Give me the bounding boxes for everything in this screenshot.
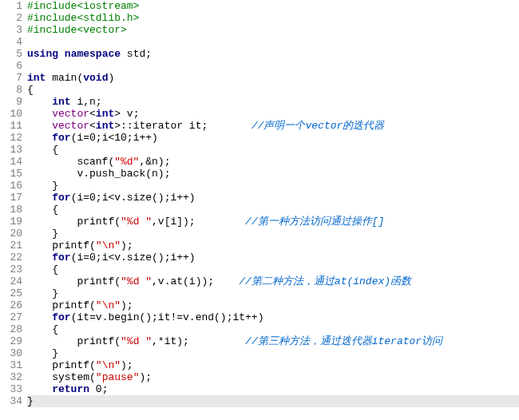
code-line[interactable]: vector<int>::iterator it; //声明一个vector的迭…	[27, 120, 519, 132]
code-line[interactable]: v.push_back(n);	[27, 168, 519, 180]
token-str: "%d "	[121, 335, 152, 347]
code-line[interactable]: {	[27, 263, 519, 275]
code-line[interactable]: {	[27, 144, 519, 156]
code-line[interactable]	[27, 60, 519, 72]
code-line[interactable]: printf("%d ",v[i]); //第一种方法访问通过操作[]	[27, 216, 519, 228]
token-pn: {	[27, 204, 58, 216]
code-line[interactable]: printf("%d ",*it); //第三种方法，通过迭代器iterator…	[27, 335, 519, 347]
token-kw: using	[27, 48, 58, 60]
token-preproc: #include<vector>	[27, 24, 127, 36]
code-line[interactable]: }	[27, 395, 519, 407]
token-pn: (i=	[71, 252, 89, 263]
code-line[interactable]: }	[27, 287, 519, 299]
code-line[interactable]: printf("\n");	[27, 299, 519, 311]
line-number: 8	[0, 84, 22, 96]
code-line[interactable]: #include<iostream>	[27, 0, 519, 12]
token-id: main	[52, 72, 77, 84]
line-number: 23	[0, 263, 22, 275]
code-line[interactable]: }	[27, 347, 519, 359]
code-line[interactable]: {	[27, 84, 519, 96]
token-pn	[27, 383, 52, 395]
line-number: 19	[0, 216, 22, 228]
line-number: 26	[0, 299, 22, 311]
token-pn: );	[139, 371, 152, 383]
token-pn	[27, 132, 52, 144]
token-str: "\n"	[96, 359, 121, 371]
code-line[interactable]: for(i=0;i<v.size();i++)	[27, 192, 519, 204]
code-line[interactable]: for(it=v.begin();it!=v.end();it++)	[27, 311, 519, 323]
token-pn: {	[27, 84, 34, 96]
code-line[interactable]: printf("\n");	[27, 359, 519, 371]
token-pn: printf(	[27, 275, 121, 287]
token-pn: <	[89, 108, 96, 120]
token-pn: {	[27, 263, 58, 275]
token-kw: int	[27, 72, 46, 84]
code-area[interactable]: #include<iostream>#include<stdlib.h>#inc…	[26, 0, 519, 420]
token-pn: printf(	[27, 335, 121, 347]
code-line[interactable]: printf("\n");	[27, 240, 519, 252]
token-type: vector	[52, 120, 89, 132]
token-pn: {	[27, 323, 58, 335]
token-type: vector	[52, 108, 89, 120]
code-line[interactable]: vector<int> v;	[27, 108, 519, 120]
code-line[interactable]	[27, 36, 519, 48]
token-kw: for	[52, 252, 70, 263]
code-line[interactable]: }	[27, 180, 519, 192]
line-number: 14	[0, 156, 22, 168]
token-pn	[27, 108, 52, 120]
code-editor[interactable]: 1234567891011121314151617181920212223242…	[0, 0, 519, 420]
line-number: 18	[0, 204, 22, 216]
code-line[interactable]: int main(void)	[27, 72, 519, 84]
token-kw: return	[52, 383, 89, 395]
token-pn: ;i++)	[127, 132, 158, 144]
line-number: 10	[0, 108, 22, 120]
token-pn: <	[89, 120, 96, 132]
token-pn: (it=v.begin();it!=v.end();it++)	[71, 311, 264, 323]
line-number: 25	[0, 287, 22, 299]
code-line[interactable]: for(i=0;i<v.size();i++)	[27, 252, 519, 263]
line-number: 5	[0, 48, 22, 60]
code-line[interactable]: using namespace std;	[27, 48, 519, 60]
token-kw: int	[96, 120, 114, 132]
line-number: 12	[0, 132, 22, 144]
code-line[interactable]: for(i=0;i<10;i++)	[27, 132, 519, 144]
token-pn: ,v.at(i));	[152, 275, 239, 287]
token-pn: v.push_back(n);	[27, 168, 170, 180]
code-line[interactable]: system("pause");	[27, 371, 519, 383]
code-line[interactable]: #include<stdlib.h>	[27, 12, 519, 24]
code-line[interactable]: int i,n;	[27, 96, 519, 108]
line-number: 4	[0, 36, 22, 48]
token-pn: ;i<	[96, 132, 114, 144]
token-pn: scanf(	[27, 156, 114, 168]
code-line[interactable]: printf("%d ",v.at(i)); //第二种方法，通过at(inde…	[27, 275, 519, 287]
token-pn: ,v[i]);	[152, 216, 245, 228]
line-number: 15	[0, 168, 22, 180]
token-cmt: //第一种方法访问通过操作[]	[245, 216, 384, 228]
token-pn	[27, 120, 52, 132]
code-line[interactable]: }	[27, 228, 519, 240]
code-line[interactable]: scanf("%d",&n);	[27, 156, 519, 168]
token-cmt: //声明一个vector的迭代器	[252, 120, 384, 132]
line-number: 9	[0, 96, 22, 108]
token-num: 0	[89, 132, 96, 144]
token-preproc: #include<iostream>	[27, 0, 139, 12]
code-line[interactable]: {	[27, 204, 519, 216]
line-number: 17	[0, 192, 22, 204]
token-pn	[27, 252, 52, 263]
token-pn: printf(	[27, 240, 96, 252]
token-pn: }	[27, 347, 58, 359]
token-pn: std;	[121, 48, 152, 60]
line-number: 32	[0, 371, 22, 383]
token-pn: );	[121, 359, 133, 371]
line-number: 24	[0, 275, 22, 287]
code-line[interactable]: return 0;	[27, 383, 519, 395]
line-number: 28	[0, 323, 22, 335]
token-pn: );	[121, 299, 133, 311]
token-pn: }	[27, 287, 58, 299]
line-number: 21	[0, 240, 22, 252]
code-line[interactable]: #include<vector>	[27, 24, 519, 36]
code-line[interactable]: {	[27, 323, 519, 335]
token-num: 0	[96, 383, 102, 395]
line-number: 2	[0, 12, 22, 24]
token-str: "pause"	[96, 371, 140, 383]
